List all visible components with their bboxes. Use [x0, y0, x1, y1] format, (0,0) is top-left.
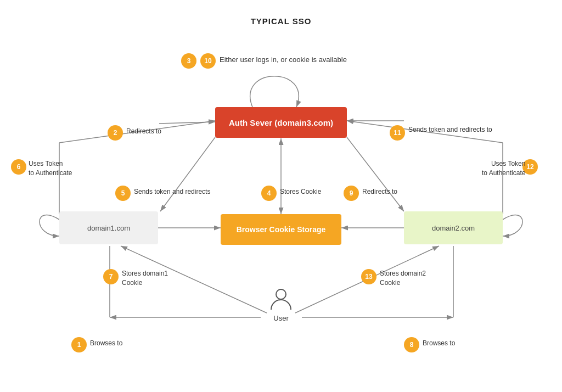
step-3-badge: 3: [181, 53, 196, 69]
step-7-label: Stores domain1Cookie: [122, 269, 168, 288]
step-10-badge: 10: [200, 53, 216, 69]
svg-point-19: [276, 289, 286, 299]
diagram-container: TYPICAL SSO: [0, 0, 562, 392]
step-1-label: Browses to: [90, 339, 122, 348]
step-2-label: Redirects to: [126, 127, 161, 136]
user-box: User: [254, 285, 308, 322]
step-6-label: Uses Tokento Authenticate: [29, 159, 72, 178]
step-12-label: Uses Tokento Authenticate: [482, 159, 525, 178]
user-label: User: [273, 314, 288, 322]
step-3-10-label: Either user logs in, or cookie is availa…: [220, 55, 347, 65]
step-5-badge: 5: [115, 186, 131, 201]
cookie-storage-box: Browser Cookie Storage: [221, 214, 341, 245]
svg-line-3: [160, 137, 215, 211]
domain1-box: domain1.com: [59, 211, 158, 244]
step-1-badge: 1: [71, 337, 87, 352]
step-8-badge: 8: [404, 337, 419, 352]
step-4-label: Stores Cookie: [280, 188, 321, 197]
step-11-badge: 11: [390, 125, 405, 141]
domain2-box: domain2.com: [404, 211, 503, 244]
step-13-label: Stores domain2Cookie: [380, 269, 426, 288]
step-9-badge: 9: [344, 186, 359, 201]
step-6-badge: 6: [11, 159, 26, 175]
user-icon: [268, 285, 294, 312]
step-7-badge: 7: [103, 269, 119, 284]
step-11-label: Sends token and redirects to: [408, 125, 492, 135]
step-5-label: Sends token and redirects: [134, 188, 210, 197]
svg-line-2: [159, 122, 215, 124]
svg-line-11: [347, 137, 404, 211]
step-4-badge: 4: [261, 186, 277, 201]
step-2-badge: 2: [108, 125, 123, 141]
step-8-label: Browses to: [423, 339, 455, 348]
step-9-label: Redirects to: [362, 188, 397, 197]
step-13-badge: 13: [361, 269, 376, 284]
page-title: TYPICAL SSO: [0, 16, 562, 26]
auth-server-box: Auth Sever (domain3.com): [215, 107, 347, 138]
